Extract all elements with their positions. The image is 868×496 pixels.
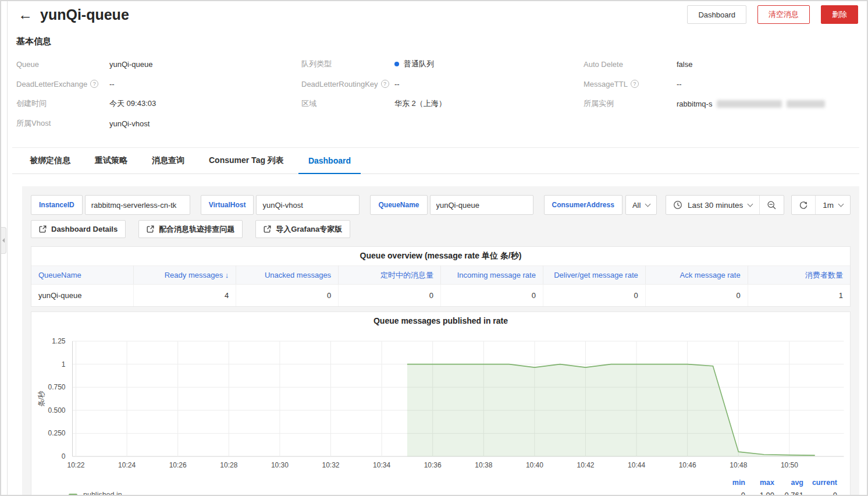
chart-legend: minmaxavgcurrentpublished in01.000.7610: [31, 477, 850, 495]
sidebar-collapse-handle[interactable]: [1, 227, 6, 254]
stat-header-avg: avg: [774, 479, 803, 487]
help-icon[interactable]: ?: [381, 80, 389, 88]
help-icon[interactable]: ?: [631, 80, 639, 88]
info-row: QueueyunQi-queue: [16, 54, 301, 74]
legend-swatch: [69, 494, 77, 495]
table-header-row: QueueNameReady messages ↓Unacked message…: [31, 266, 850, 285]
info-label: Auto Delete: [584, 60, 677, 69]
x-tick-label: 10:22: [67, 461, 84, 469]
info-value-text: yunQi-queue: [109, 60, 152, 69]
queue-name-input[interactable]: [430, 195, 533, 215]
table-cell: 0: [236, 285, 339, 306]
legend-series-row: published in01.000.7610: [69, 489, 837, 495]
refresh-interval-select[interactable]: 1m: [815, 196, 850, 214]
time-range-value: Last 30 minutes: [688, 201, 743, 210]
info-column: Auto DeletefalseMessageTTL?--所属实例rabbitm…: [584, 54, 859, 133]
tab-consumer-tag-list[interactable]: Consumer Tag 列表: [199, 148, 294, 173]
trace-troubleshoot-button[interactable]: 配合消息轨迹排查问题: [138, 220, 243, 238]
table-cell: 0: [543, 285, 645, 306]
x-tick-label: 10:24: [118, 461, 136, 469]
y-tick-label: 1.25: [52, 337, 66, 345]
table-row: yunQi-queue4000001: [31, 285, 850, 306]
info-label: Queue: [16, 60, 109, 69]
grafana-import-button[interactable]: 导入Grafana专家版: [255, 220, 350, 238]
left-rail: [1, 1, 8, 495]
time-range-picker[interactable]: Last 30 minutes: [666, 196, 759, 214]
basic-info-grid: QueueyunQi-queueDeadLetterExchange?--创建时…: [16, 54, 859, 133]
x-tick-label: 10:38: [475, 461, 492, 469]
legend-item[interactable]: published in: [69, 491, 122, 495]
y-tick-label: 0.500: [48, 406, 65, 414]
info-value: 华东 2（上海）: [394, 98, 446, 109]
instance-id-label: InstanceID: [31, 195, 83, 215]
info-value: 今天 09:43:03: [109, 98, 156, 109]
column-header[interactable]: 定时中的消息量: [339, 266, 441, 285]
info-value-text: --: [394, 80, 400, 88]
redacted-text: [787, 100, 825, 108]
x-tick-label: 10:30: [271, 461, 289, 469]
column-header[interactable]: Incoming message rate: [441, 266, 543, 285]
back-icon[interactable]: ←: [18, 8, 33, 22]
info-column: 队列类型普通队列DeadLetterRoutingKey?--区域华东 2（上海…: [301, 54, 584, 133]
y-tick-label: 1: [62, 360, 66, 368]
queue-overview-table: QueueNameReady messages ↓Unacked message…: [31, 265, 850, 306]
info-value-text: 华东 2（上海）: [394, 98, 446, 109]
table-cell: 0: [441, 285, 543, 306]
info-value-text: 普通队列: [404, 59, 434, 69]
y-tick-label: 0: [62, 452, 66, 460]
x-tick-label: 10:46: [679, 461, 696, 469]
info-row: DeadLetterExchange?--: [16, 74, 301, 94]
help-icon[interactable]: ?: [90, 80, 98, 88]
info-label-text: 区域: [301, 98, 316, 109]
tab-bound-info[interactable]: 被绑定信息: [20, 148, 80, 173]
instance-id-input[interactable]: [85, 195, 190, 215]
info-value-text: false: [677, 60, 692, 69]
virtual-host-input[interactable]: [256, 195, 360, 215]
info-label-text: Auto Delete: [584, 60, 623, 69]
stat-header-max: max: [745, 479, 774, 487]
page-title: yunQi-queue: [40, 6, 129, 23]
info-row: 所属VhostyunQi-vhost: [16, 114, 301, 133]
info-column: QueueyunQi-queueDeadLetterExchange?--创建时…: [16, 54, 301, 133]
info-label-text: DeadLetterRoutingKey: [301, 80, 378, 88]
consumer-address-select[interactable]: All: [625, 195, 657, 215]
refresh-group: 1m: [791, 195, 851, 215]
refresh-button[interactable]: [792, 196, 815, 214]
column-header[interactable]: Ack message rate: [645, 266, 748, 285]
refresh-interval-value: 1m: [823, 201, 834, 210]
table-cell: 1: [748, 285, 850, 306]
legend-stats-header-row: minmaxavgcurrent: [69, 477, 837, 489]
x-tick-label: 10:36: [424, 461, 442, 469]
column-header[interactable]: Unacked messages: [236, 266, 339, 285]
dashboard-button[interactable]: Dashboard: [687, 5, 746, 24]
basic-info-section: 基本信息 QueueyunQi-queueDeadLetterExchange?…: [12, 26, 859, 133]
action-button-label: 导入Grafana专家版: [276, 224, 342, 235]
stat-value: 1.00: [745, 491, 774, 495]
dashboard-details-button[interactable]: Dashboard Details: [31, 220, 126, 238]
clear-messages-button[interactable]: 清空消息: [757, 5, 810, 24]
table-cell: 0: [645, 285, 748, 306]
main-content: ← yunQi-queue Dashboard 清空消息 删除 基本信息 Que…: [8, 1, 867, 495]
stat-value: 0: [803, 491, 837, 495]
column-header[interactable]: Ready messages ↓: [134, 266, 236, 285]
action-buttons-row: Dashboard Details 配合消息轨迹排查问题 导入Grafana专家…: [31, 220, 851, 238]
column-header[interactable]: QueueName: [31, 266, 134, 285]
delete-button[interactable]: 删除: [821, 5, 858, 24]
column-header[interactable]: Deliver/get message rate: [543, 266, 645, 285]
chevron-down-icon: [838, 201, 844, 207]
zoom-out-button[interactable]: [759, 196, 784, 214]
tab-bar: 被绑定信息重试策略消息查询Consumer Tag 列表Dashboard: [12, 147, 859, 174]
basic-info-title: 基本信息: [16, 36, 859, 47]
dashboard-panel: InstanceID VirtualHost QueueName Consume…: [22, 186, 859, 495]
tab-message-query[interactable]: 消息查询: [142, 148, 194, 173]
tab-dashboard[interactable]: Dashboard: [298, 148, 361, 173]
column-header[interactable]: 消费者数量: [748, 266, 850, 285]
stat-value: 0: [716, 491, 745, 495]
info-label: 所属Vhost: [16, 118, 109, 129]
info-value: --: [394, 80, 400, 88]
info-row: 所属实例rabbitmq-s: [584, 94, 859, 114]
info-label: MessageTTL?: [584, 80, 677, 88]
info-value-text: --: [109, 80, 115, 88]
chart-plot-area[interactable]: 00.2500.5000.75011.2510:2210:2410:2610:2…: [31, 330, 850, 476]
tab-retry-policy[interactable]: 重试策略: [85, 148, 137, 173]
